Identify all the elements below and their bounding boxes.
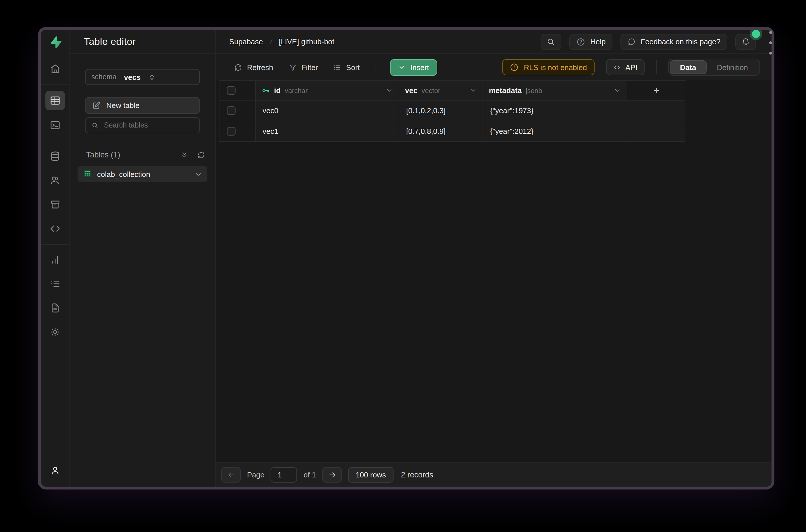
cell-id[interactable]: vec1 [256, 121, 399, 142]
collapse-all-icon[interactable] [180, 151, 188, 159]
cell-empty [627, 100, 685, 121]
rail-item-settings[interactable] [46, 323, 64, 341]
rail-item-storage[interactable] [46, 195, 64, 214]
schema-select-label: schema [91, 73, 117, 81]
table-editor-sidebar: Table editor schema vecs New table [70, 30, 216, 487]
sidebar-header: Table editor [70, 30, 215, 54]
chevron-down-icon[interactable] [195, 170, 202, 178]
table-row: vec1 [0.7,0.8,0.9] {"year":2012} [219, 121, 686, 142]
rail-item-table-editor[interactable] [45, 91, 65, 110]
toolbar-right: RLS is not enabled API Data Definition [502, 59, 760, 76]
rls-warning-badge[interactable]: RLS is not enabled [502, 59, 595, 75]
user-icon [49, 465, 61, 476]
code-brackets-icon [49, 223, 61, 234]
rail-item-logs[interactable] [46, 274, 64, 293]
supabase-logo[interactable] [41, 30, 69, 54]
breadcrumb-org[interactable]: Supabase [229, 37, 263, 46]
column-type: vector [421, 87, 440, 95]
cell-id[interactable]: vec0 [256, 100, 399, 121]
cell-vec[interactable]: [0.1,0.2,0.3] [399, 100, 483, 121]
filter-button[interactable]: Filter [288, 63, 318, 72]
edit-pencil-icon [92, 101, 100, 110]
funnel-icon [288, 63, 297, 72]
rows-per-page-button[interactable]: 100 rows [348, 467, 394, 482]
rail-divider [41, 84, 69, 85]
table-name-label: colab_collection [97, 170, 150, 178]
alert-circle-icon [510, 63, 519, 72]
filter-label: Filter [301, 63, 318, 72]
toolbar-divider [375, 60, 376, 74]
rail-item-home[interactable] [46, 60, 64, 78]
select-all-checkbox[interactable] [227, 86, 235, 95]
next-page-button[interactable] [322, 467, 342, 482]
tables-heading-row: Tables (1) [78, 151, 207, 159]
row-select-cell[interactable] [219, 121, 256, 142]
add-column-button[interactable] [627, 81, 685, 100]
sort-label: Sort [346, 63, 360, 72]
message-bubble-icon [627, 37, 636, 46]
rail-item-edge-functions[interactable] [46, 220, 64, 238]
data-grid: id varchar vec vector [219, 80, 686, 142]
cell-vec[interactable]: [0.7,0.8,0.9] [399, 121, 483, 142]
row-checkbox[interactable] [227, 106, 235, 115]
select-all-cell[interactable] [219, 81, 256, 100]
cell-metadata[interactable]: {"year":1973} [483, 100, 627, 121]
chevrons-up-down-icon [148, 73, 155, 81]
header-actions: Help Feedback on this page? [541, 34, 756, 50]
table-list-item-colab-collection[interactable]: colab_collection [78, 166, 207, 182]
previous-page-button[interactable] [221, 467, 241, 482]
tab-definition[interactable]: Definition [707, 60, 758, 74]
column-header-vec[interactable]: vec vector [399, 81, 483, 100]
rail-item-database[interactable] [46, 147, 64, 166]
column-name: metadata [489, 86, 522, 95]
insert-button[interactable]: Insert [390, 59, 437, 76]
main-panel: Supabase / [LIVE] github-bot Help [216, 30, 771, 487]
sort-button[interactable]: Sort [333, 63, 360, 72]
table-grid-icon [83, 169, 92, 179]
table-editor-icon [49, 95, 61, 106]
chevron-down-icon[interactable] [469, 87, 477, 94]
help-button[interactable]: Help [570, 34, 613, 50]
chevron-down-icon[interactable] [385, 87, 393, 94]
users-icon [49, 175, 61, 186]
rail-item-auth[interactable] [46, 171, 64, 190]
chevron-down-icon[interactable] [614, 87, 621, 94]
rail-divider [41, 141, 69, 141]
column-type: varchar [285, 87, 308, 95]
new-table-button[interactable]: New table [85, 97, 200, 114]
cell-metadata[interactable]: {"year":2012} [483, 121, 627, 142]
file-text-icon [49, 302, 61, 314]
supabase-studio-window: Table editor schema vecs New table [38, 27, 774, 490]
refresh-button[interactable]: Refresh [234, 63, 273, 72]
row-checkbox[interactable] [227, 127, 235, 136]
rail-item-sql-editor[interactable] [46, 116, 64, 134]
row-select-cell[interactable] [219, 100, 256, 121]
feedback-button[interactable]: Feedback on this page? [620, 34, 727, 50]
page-number-input[interactable] [271, 467, 297, 482]
refresh-tables-icon[interactable] [197, 151, 205, 159]
nav-rail [41, 30, 70, 487]
gear-icon [49, 326, 61, 338]
column-header-id[interactable]: id varchar [256, 81, 399, 100]
notification-status-dot [752, 30, 760, 38]
column-header-metadata[interactable]: metadata jsonb [483, 81, 627, 100]
search-tables-input[interactable] [104, 121, 194, 129]
rail-item-reports[interactable] [46, 250, 64, 269]
rail-item-account[interactable] [46, 461, 64, 480]
schema-select[interactable]: schema vecs [85, 69, 200, 85]
tab-data[interactable]: Data [670, 60, 706, 74]
grid-header-row: id varchar vec vector [219, 80, 686, 100]
code-brackets-icon [613, 63, 621, 71]
api-button[interactable]: API [606, 59, 644, 75]
rail-item-docs[interactable] [46, 299, 64, 317]
arrow-left-icon [227, 471, 235, 479]
tables-section: Tables (1) [70, 151, 215, 182]
breadcrumb-project[interactable]: [LIVE] github-bot [279, 37, 334, 46]
view-mode-tabs: Data Definition [668, 59, 760, 76]
column-name: vec [405, 86, 417, 95]
global-search-button[interactable] [541, 34, 561, 50]
main-header: Supabase / [LIVE] github-bot Help [216, 30, 771, 54]
breadcrumb-separator: / [269, 37, 273, 46]
page-title: Table editor [84, 36, 136, 48]
search-icon [91, 121, 99, 129]
